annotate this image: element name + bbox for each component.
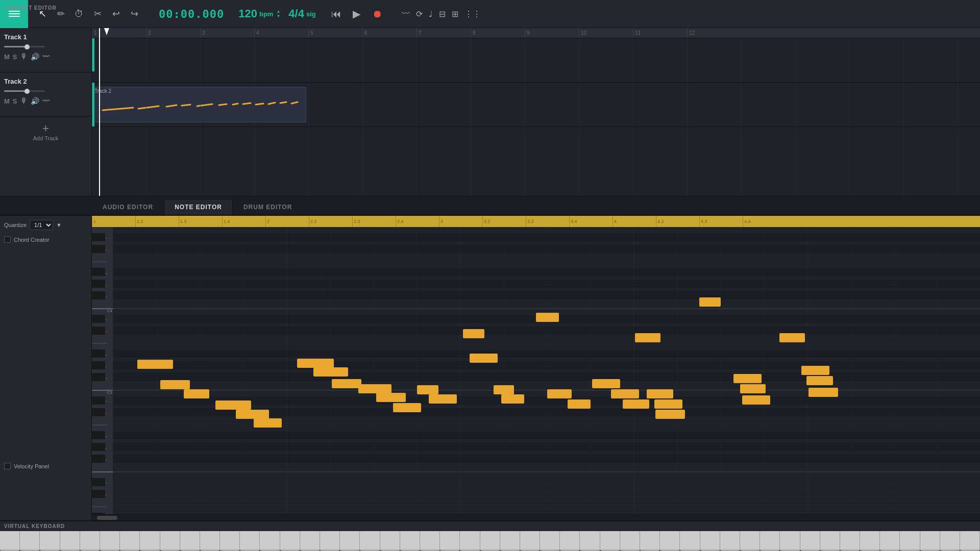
vk-key-f4[interactable] — [340, 531, 360, 551]
hscroll-thumb[interactable] — [97, 516, 117, 520]
note-block[interactable] — [806, 376, 833, 385]
note-block[interactable] — [313, 367, 348, 377]
add-track-button[interactable]: + Add Track — [0, 117, 91, 147]
note-block[interactable] — [547, 389, 572, 398]
note-block[interactable] — [470, 354, 498, 363]
note-block[interactable] — [742, 395, 770, 405]
note-block[interactable] — [592, 379, 620, 388]
note-block[interactable] — [494, 385, 514, 394]
note-block[interactable] — [779, 333, 805, 342]
bpm-arrows[interactable]: ▲ ▼ — [276, 10, 280, 18]
vk-key-e7[interactable] — [740, 531, 760, 551]
vk-key-e3[interactable] — [180, 531, 200, 551]
vk-key-c2[interactable] — [0, 531, 20, 551]
vk-key-c8[interactable] — [840, 531, 860, 551]
note-block[interactable] — [393, 403, 421, 412]
vk-key-a6[interactable] — [660, 531, 680, 551]
note-block[interactable] — [623, 399, 649, 409]
vk-key-f2[interactable] — [60, 531, 80, 551]
vk-key-b4[interactable] — [400, 531, 420, 551]
note-block[interactable] — [332, 379, 361, 388]
vk-key-d5[interactable] — [440, 531, 460, 551]
note-block[interactable] — [808, 388, 838, 397]
vk-key-g3[interactable] — [220, 531, 240, 551]
redo-button[interactable]: ↪ — [126, 6, 142, 22]
vk-key-g5[interactable] — [500, 531, 520, 551]
vk-key-c5[interactable] — [420, 531, 440, 551]
vk-key-d4[interactable] — [300, 531, 320, 551]
note-block[interactable] — [647, 389, 673, 398]
track2-lane[interactable]: Track 2 — [92, 83, 980, 127]
vk-key-c7[interactable] — [700, 531, 720, 551]
loop-button[interactable]: ⟳ — [416, 9, 423, 19]
quantize-select[interactable]: 1/11/21/41/8 — [30, 220, 53, 230]
play-button[interactable]: ▶ — [349, 6, 365, 22]
vk-key-a5[interactable] — [520, 531, 540, 551]
grid-button[interactable]: ⊞ — [452, 9, 458, 19]
track2-volume-knob[interactable] — [24, 89, 30, 94]
vk-key-d6[interactable] — [580, 531, 600, 551]
note-block[interactable] — [417, 385, 438, 394]
vk-key-f5[interactable] — [480, 531, 500, 551]
vk-key-a7[interactable] — [800, 531, 820, 551]
note-block[interactable] — [429, 394, 457, 404]
note-block[interactable] — [733, 374, 762, 383]
track1-mic[interactable]: 🎙 — [20, 53, 28, 61]
vk-key-d2[interactable] — [20, 531, 40, 551]
vk-key-b7[interactable] — [820, 531, 840, 551]
note-grid[interactable] — [113, 227, 980, 514]
vk-key-g7[interactable] — [780, 531, 800, 551]
note-block[interactable] — [297, 359, 334, 368]
vk-key-d8[interactable] — [860, 531, 880, 551]
note-block[interactable] — [463, 329, 484, 338]
vk-key-e2[interactable] — [40, 531, 60, 551]
vk-key-b3[interactable] — [260, 531, 280, 551]
quantize-dropdown-arrow[interactable]: ▼ — [56, 222, 62, 228]
vk-key-f3[interactable] — [200, 531, 220, 551]
vk-key-a3[interactable] — [240, 531, 260, 551]
velocity-panel-checkbox[interactable] — [4, 463, 11, 469]
vk-key-b5[interactable] — [540, 531, 560, 551]
vk-key-b8[interactable] — [960, 531, 980, 551]
note-block[interactable] — [358, 384, 391, 393]
note-block[interactable] — [740, 384, 766, 393]
track2-solo[interactable]: S — [13, 97, 17, 105]
vk-key-g6[interactable] — [640, 531, 660, 551]
waveform-button[interactable]: 〰 — [402, 9, 410, 18]
vk-key-a2[interactable] — [100, 531, 120, 551]
note-block[interactable] — [635, 333, 660, 342]
note-block[interactable] — [184, 389, 209, 398]
note-block[interactable] — [654, 399, 682, 409]
vk-key-a4[interactable] — [380, 531, 400, 551]
vk-key-e8[interactable] — [880, 531, 900, 551]
vk-key-d7[interactable] — [720, 531, 740, 551]
vk-key-c3[interactable] — [140, 531, 160, 551]
vk-key-f7[interactable] — [760, 531, 780, 551]
note-block[interactable] — [501, 394, 524, 404]
track2-wave[interactable]: 〰 — [42, 97, 50, 105]
note-hscroll[interactable] — [92, 514, 980, 520]
vk-key-f6[interactable] — [620, 531, 640, 551]
vk-key-a8[interactable] — [940, 531, 960, 551]
undo-button[interactable]: ↩ — [108, 6, 124, 22]
vk-key-e5[interactable] — [460, 531, 480, 551]
vk-key-c6[interactable] — [560, 531, 580, 551]
vk-key-b2[interactable] — [120, 531, 140, 551]
tab-drum[interactable]: DRUM EDITOR — [233, 199, 303, 215]
chord-creator-checkbox[interactable] — [4, 236, 11, 243]
track1-volume-slider[interactable] — [4, 46, 45, 47]
tab-note[interactable]: NOTE EDITOR — [164, 199, 233, 215]
track2-volume-slider[interactable] — [4, 90, 45, 92]
track2-volume-ctrl[interactable]: 🔊 — [31, 97, 39, 105]
track1-solo[interactable]: S — [13, 53, 17, 61]
time-tool[interactable]: ⏱ — [71, 6, 87, 22]
track1-lane[interactable] — [92, 38, 980, 83]
track2-mute[interactable]: M — [4, 97, 10, 105]
note-block[interactable] — [236, 410, 269, 419]
note-block[interactable] — [137, 360, 173, 369]
vk-keys-container[interactable] — [0, 531, 980, 551]
tracks-timeline[interactable]: 1 2 3 4 5 6 7 8 9 10 11 12 Trac — [92, 28, 980, 196]
vk-key-e4[interactable] — [320, 531, 340, 551]
vk-key-g2[interactable] — [80, 531, 100, 551]
vk-key-f8[interactable] — [900, 531, 920, 551]
